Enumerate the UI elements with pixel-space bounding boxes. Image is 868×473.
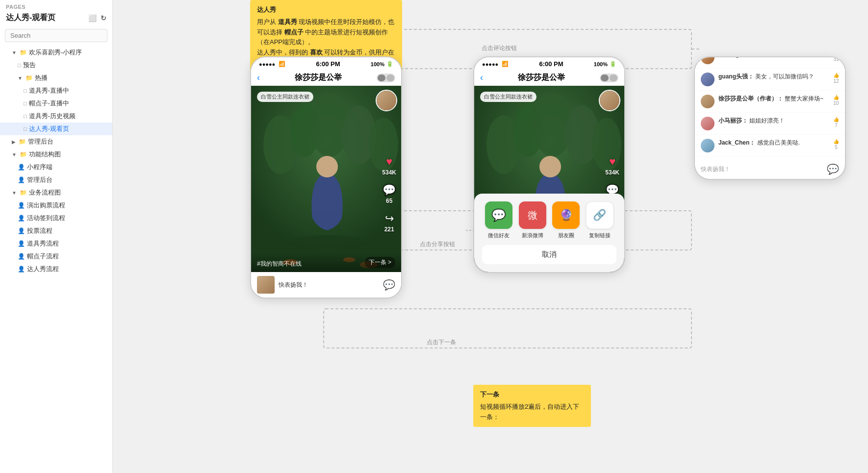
comment-like[interactable]: 👍 10 — [833, 95, 839, 106]
toggle-pills-2[interactable] — [600, 74, 618, 82]
share-item-moments[interactable]: 🔮 朋友圈 — [552, 201, 580, 239]
phone2-like-btn[interactable]: ♥ 534K — [605, 155, 619, 176]
like-icon: 👍 — [833, 73, 839, 78]
phone1-like-btn[interactable]: ♥ 534K — [382, 155, 396, 176]
comment-avatar — [701, 117, 715, 130]
sidebar-item-label: 管理后台 — [27, 175, 52, 184]
annotation-title: 达人秀 — [257, 5, 395, 15]
folder-icon: 📁 — [26, 75, 33, 81]
toggle-pill-1 — [378, 75, 385, 81]
sidebar-item-label: 帽点子-直播中 — [29, 99, 69, 108]
sidebar-item-admin2[interactable]: 👤 管理后台 — [0, 174, 112, 186]
comment-like[interactable]: 👍 31 — [833, 56, 839, 62]
phone1-status-bar: ●●●●● 📶 6:00 PM 100% 🔋 — [251, 57, 401, 70]
phone1-video[interactable]: 白雪公主同款连衣裙 ♥ 534K 💬 65 ↪ 2 — [251, 86, 401, 272]
folder-icon: 📁 — [20, 189, 27, 196]
share-label-weibo: 新浪微博 — [522, 232, 543, 239]
person-icon: 👤 — [18, 215, 25, 222]
share-item-copy[interactable]: 🔗 复制链接 — [586, 201, 613, 239]
phone2-like-count: 534K — [605, 169, 619, 176]
svg-point-23 — [539, 156, 561, 177]
sidebar-item-label: 道具秀流程 — [27, 239, 59, 248]
share-icon: ↪ — [385, 212, 394, 225]
sidebar-item-main-folder[interactable]: ▼ 📁 欢乐喜剧秀-小程序 — [0, 46, 112, 59]
comment-like[interactable]: 👍 12 — [833, 73, 839, 84]
phone1-actions: ♥ 534K 💬 65 ↪ 221 — [382, 155, 396, 233]
sidebar-item-structure-folder[interactable]: ▼ 📁 功能结构图 — [0, 148, 112, 161]
phone2-battery: 100% 🔋 — [594, 61, 616, 67]
sidebar-item-mini-app[interactable]: 👤 小程序端 — [0, 161, 112, 174]
sidebar-item-label: 投票流程 — [27, 226, 52, 235]
comment-chat-icon[interactable]: 💬 — [827, 163, 839, 175]
phone2-time: 6:00 PM — [539, 60, 563, 68]
sidebar-item-props-history[interactable]: □ 道具秀-历史视频 — [0, 110, 112, 123]
sidebar-item-flow-vote[interactable]: 👤 投票流程 — [0, 224, 112, 237]
phone2-video[interactable]: 白雪公主同款连衣裙 ♥ 534K 💬 65 ↪ 221 — [474, 86, 624, 272]
sidebar-item-hat-live[interactable]: □ 帽点子-直播中 — [0, 97, 112, 110]
comment-list: 鱼尾ing： 气质 👍 31 guang头强： 美女，可以加微信吗？ — [695, 56, 845, 159]
page-icon: □ — [24, 126, 27, 132]
phone1-video-tag: #我的智商不在线 — [257, 260, 302, 268]
sidebar-item-talent-watch[interactable]: □ 达人秀-观看页 — [0, 123, 112, 135]
phone2-avatar — [599, 90, 620, 111]
folder-icon: 📁 — [19, 138, 26, 145]
comment-content: 鱼尾ing： 气质 — [718, 56, 829, 59]
person-icon: 👤 — [18, 266, 25, 273]
share-item-wechat[interactable]: 💬 微信好友 — [485, 201, 512, 239]
svg-rect-4 — [324, 309, 691, 348]
phone1-product-tag[interactable]: 白雪公主同款连衣裙 — [257, 92, 313, 102]
chevron-down-icon: ▼ — [12, 152, 17, 157]
sidebar-item-admin-folder[interactable]: ▶ 📁 管理后台 — [0, 135, 112, 148]
person-icon: 👤 — [18, 240, 25, 247]
comment-item: guang头强： 美女，可以加微信吗？ 👍 12 — [695, 69, 845, 91]
sidebar-item-label: 达人秀-观看页 — [29, 124, 69, 133]
sidebar-item-flow-ticket[interactable]: 👤 演出购票流程 — [0, 199, 112, 212]
annotation-next: 下一条 短视频循环播放2遍后，自动进入下一条： — [473, 385, 591, 427]
comment-like[interactable]: 👍 7 — [833, 117, 839, 128]
share-label-copy: 复制链接 — [589, 232, 611, 239]
phone1-next-btn[interactable]: 下一条 > — [365, 257, 395, 268]
sidebar-item-flow-props[interactable]: 👤 道具秀流程 — [0, 237, 112, 250]
sidebar-item-props-live[interactable]: □ 道具秀-直播中 — [0, 84, 112, 97]
comment-panel: 15条评论 ✕ 鱼尾ing： 气质 👍 31 — [695, 56, 845, 179]
toggle-pills[interactable] — [377, 74, 395, 82]
sidebar-item-flow-folder[interactable]: ▼ 📁 业务流程图 — [0, 186, 112, 199]
sidebar-item-hot-folder[interactable]: ▼ 📁 热播 — [0, 72, 112, 84]
comment-like[interactable]: 👍 5 — [833, 139, 839, 150]
comment-content: 徐莎莎是公举（作者）： 蟹蟹大家捧场~ — [718, 95, 829, 103]
share-item-weibo[interactable]: 微 新浪微博 — [519, 201, 546, 239]
search-input[interactable] — [5, 29, 107, 42]
sidebar-item-label: 演出购票流程 — [27, 201, 65, 210]
phone-mockup-2: ●●●●● 📶 6:00 PM 100% 🔋 ‹ 徐莎莎是公举 — [473, 56, 625, 273]
toggle-pill-1 — [601, 75, 609, 81]
phone1-avatar[interactable] — [376, 90, 397, 111]
phone1-bottom-text: 快表扬我！ — [279, 281, 379, 289]
sidebar-item-flow-talent[interactable]: 👤 达人秀流程 — [0, 263, 112, 275]
sidebar-item-preview[interactable]: □ 预告 — [0, 59, 112, 72]
comment-item: 鱼尾ing： 气质 👍 31 — [695, 56, 845, 69]
sidebar-item-flow-checkin[interactable]: 👤 活动签到流程 — [0, 212, 112, 224]
wechat-icon: 💬 — [485, 201, 512, 229]
phone1-thumbnail — [257, 276, 275, 294]
comment-input-hint[interactable]: 快表扬我！ — [701, 165, 730, 174]
comment-avatar — [701, 73, 715, 86]
share-panel: 💬 微信好友 微 新浪微博 🔮 — [474, 194, 624, 272]
share-cancel-btn[interactable]: 取消 — [482, 245, 616, 264]
phone1-comment-btn[interactable]: 💬 65 — [383, 184, 396, 204]
like-icon: 👍 — [833, 117, 839, 122]
comment-content: guang头强： 美女，可以加微信吗？ — [718, 73, 829, 81]
comment-avatar — [701, 95, 715, 108]
phone2-back-icon[interactable]: ‹ — [480, 73, 483, 83]
export-icon[interactable]: ⬜ — [88, 14, 97, 22]
phone1-chat-icon[interactable]: 💬 — [383, 279, 395, 291]
sidebar-title-icons: ⬜ ↻ — [88, 14, 106, 22]
sidebar-item-label: 活动签到流程 — [27, 214, 65, 223]
phone1-bottom-bar: 快表扬我！ 💬 — [251, 272, 401, 298]
phone-mockup-1: ●●●●● 📶 6:00 PM 100% 🔋 ‹ 徐莎莎是公举 — [250, 56, 402, 299]
phone1-back-icon[interactable]: ‹ — [257, 73, 260, 83]
phone1-share-btn[interactable]: ↪ 221 — [384, 212, 394, 233]
svg-point-11 — [288, 235, 366, 250]
page-icon: □ — [24, 88, 27, 94]
sidebar-item-flow-hat[interactable]: 👤 帽点子流程 — [0, 250, 112, 263]
refresh-icon[interactable]: ↻ — [101, 14, 106, 22]
